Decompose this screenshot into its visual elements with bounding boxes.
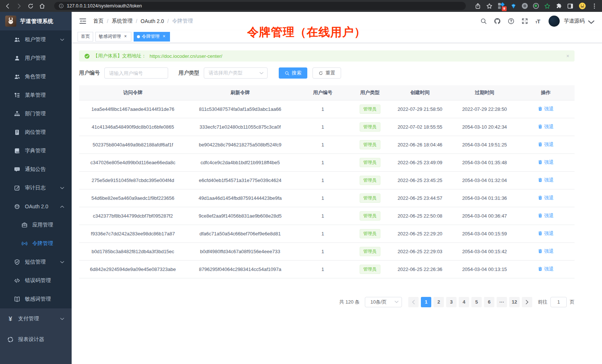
- trash-icon: [538, 195, 543, 200]
- kick-out-link[interactable]: 强退: [538, 212, 554, 219]
- green-star-extension-icon[interactable]: [544, 3, 550, 9]
- table-row: c342377bf8b344799dcbf7bf095287f29ce8ef2a…: [79, 207, 575, 225]
- access-token-cell: f9336e7c7dd242a283ee98dc86b17a87: [79, 225, 187, 242]
- kick-out-link[interactable]: 强退: [538, 177, 554, 183]
- extension-tasks-icon[interactable]: 9: [498, 3, 505, 10]
- sidebar-toggle-icon[interactable]: [79, 18, 86, 24]
- kick-out-link[interactable]: 强退: [538, 195, 554, 201]
- goto-page-input[interactable]: [550, 297, 567, 307]
- sidebar-item-report[interactable]: 报表设计器: [0, 329, 72, 350]
- sidebar-item-label: 敏感词管理: [25, 296, 51, 302]
- report-designer-icon: [7, 337, 13, 343]
- github-icon[interactable]: [494, 18, 501, 24]
- sidebar-item-dept[interactable]: 部门管理: [0, 105, 72, 123]
- user-id-input[interactable]: [104, 67, 168, 79]
- goto-page: 前往 页: [538, 297, 575, 307]
- kick-out-link[interactable]: 强退: [538, 266, 554, 272]
- kick-out-link[interactable]: 强退: [538, 123, 554, 130]
- kick-out-link[interactable]: 强退: [538, 159, 554, 166]
- username[interactable]: 芋道源码: [564, 18, 585, 24]
- page-button-1[interactable]: 1: [421, 297, 431, 307]
- fullscreen-icon[interactable]: [521, 18, 528, 24]
- kick-out-link[interactable]: 强退: [538, 248, 554, 255]
- browser-menu-icon[interactable]: [591, 3, 598, 9]
- help-icon[interactable]: [508, 18, 514, 24]
- page-ellipsis[interactable]: ···: [497, 297, 507, 307]
- back-icon[interactable]: [4, 3, 11, 9]
- sidebar-item-post[interactable]: 岗位管理: [0, 123, 72, 142]
- share-icon[interactable]: [475, 3, 481, 9]
- address-bar[interactable]: 127.0.0.1:1024/system/oauth2/token: [54, 2, 466, 10]
- breadcrumb-separator: /: [136, 18, 137, 24]
- user-avatar[interactable]: [549, 16, 560, 27]
- user-type-tag: 管理员: [360, 193, 380, 203]
- site-info-icon[interactable]: [59, 3, 64, 9]
- font-size-icon[interactable]: тT: [535, 18, 540, 24]
- sidebar-item-pay[interactable]: ¥支付管理: [0, 308, 72, 329]
- sidebar-item-tenant[interactable]: 租户管理: [0, 30, 72, 49]
- search-button[interactable]: 搜索: [279, 67, 307, 79]
- sidebar-item-dict[interactable]: 字典管理: [0, 142, 72, 160]
- next-page-button[interactable]: [522, 297, 532, 307]
- tab-close-icon[interactable]: ×: [161, 34, 167, 39]
- gray-extension-icon[interactable]: [522, 3, 528, 9]
- page-size-select[interactable]: 10条/页: [365, 297, 402, 307]
- tab-close-icon[interactable]: ×: [123, 34, 128, 39]
- search-icon[interactable]: [480, 18, 487, 24]
- breadcrumb-system[interactable]: 系统管理: [112, 18, 132, 24]
- alert-doc-link[interactable]: https://doc.iocoder.cn/user-center/: [150, 53, 222, 59]
- audit-log-icon: [14, 185, 20, 191]
- tab-令牌管理[interactable]: 令牌管理×: [134, 32, 170, 42]
- reload-icon[interactable]: [27, 3, 34, 9]
- refresh-token-cell: be90422b8c7946218275a508bf524fc9: [187, 136, 294, 153]
- page-button-4[interactable]: 4: [459, 297, 469, 307]
- recorder-extension-icon[interactable]: [533, 3, 539, 9]
- pay-yen-icon: ¥: [7, 316, 13, 322]
- tab-首页[interactable]: 首页: [78, 32, 93, 42]
- profile-avatar-icon[interactable]: [579, 2, 586, 10]
- user-type-cell: 管理员: [352, 118, 388, 136]
- page-button-3[interactable]: 3: [446, 297, 457, 307]
- user-type-select[interactable]: 请选择用户类型: [204, 67, 268, 79]
- user-dropdown-caret-icon[interactable]: [588, 19, 595, 26]
- sidebar-item-audit[interactable]: 审计日志: [0, 179, 72, 197]
- app-logo[interactable]: 芋道管理系统: [0, 12, 72, 30]
- reset-button[interactable]: 重置: [313, 67, 341, 79]
- success-check-icon: [84, 53, 90, 59]
- page-button-2[interactable]: 2: [433, 297, 444, 307]
- tab-敏感词管理[interactable]: 敏感词管理×: [95, 32, 131, 42]
- chevron-down-icon: [60, 261, 64, 264]
- gem-extension-icon[interactable]: [510, 3, 517, 9]
- alert-close-icon[interactable]: ×: [566, 53, 569, 59]
- sidebar-item-errcode[interactable]: 错误码管理: [0, 271, 72, 290]
- page-button-5[interactable]: 5: [471, 297, 482, 307]
- kick-out-link[interactable]: 强退: [538, 230, 554, 237]
- sidebar-item-user[interactable]: 用户管理: [0, 49, 72, 67]
- expires-cell: 2054-03-04 00:15:42: [452, 242, 517, 260]
- sidebar-item-role[interactable]: 角色管理: [0, 67, 72, 86]
- prev-page-button[interactable]: [408, 297, 419, 307]
- access-token-cell: 502375b8040a469a9b82188afdf6af1f: [79, 136, 187, 153]
- trash-icon: [538, 249, 543, 254]
- side-panel-icon[interactable]: [567, 3, 573, 9]
- kick-out-link[interactable]: 强退: [538, 141, 554, 148]
- page-button-6[interactable]: 6: [484, 297, 494, 307]
- sidebar-item-oauth2[interactable]: OAuth 2.0: [0, 197, 72, 216]
- sidebar-item-notice[interactable]: 通知公告: [0, 160, 72, 179]
- home-icon[interactable]: [39, 3, 45, 9]
- sidebar-item-menu[interactable]: 菜单管理: [0, 86, 72, 105]
- kick-out-link[interactable]: 强退: [538, 106, 554, 112]
- sidebar-item-sensitive[interactable]: 敏感词管理: [0, 290, 72, 308]
- col-created: 创建时间: [388, 85, 452, 100]
- forward-icon[interactable]: [16, 3, 22, 9]
- page-button-12[interactable]: 12: [509, 297, 520, 307]
- user-icon: [14, 55, 20, 61]
- sidebar-item-sms[interactable]: 短信管理: [0, 253, 72, 271]
- sidebar-item-oauth2-app[interactable]: 应用管理: [0, 216, 72, 234]
- bookmark-star-icon[interactable]: [486, 3, 493, 9]
- extensions-puzzle-icon[interactable]: [556, 3, 562, 9]
- sidebar-item-oauth2-token[interactable]: 令牌管理: [0, 234, 72, 253]
- reset-button-label: 重置: [325, 70, 335, 76]
- breadcrumb-home[interactable]: 首页: [93, 18, 104, 24]
- breadcrumb-oauth[interactable]: OAuth 2.0: [141, 18, 164, 24]
